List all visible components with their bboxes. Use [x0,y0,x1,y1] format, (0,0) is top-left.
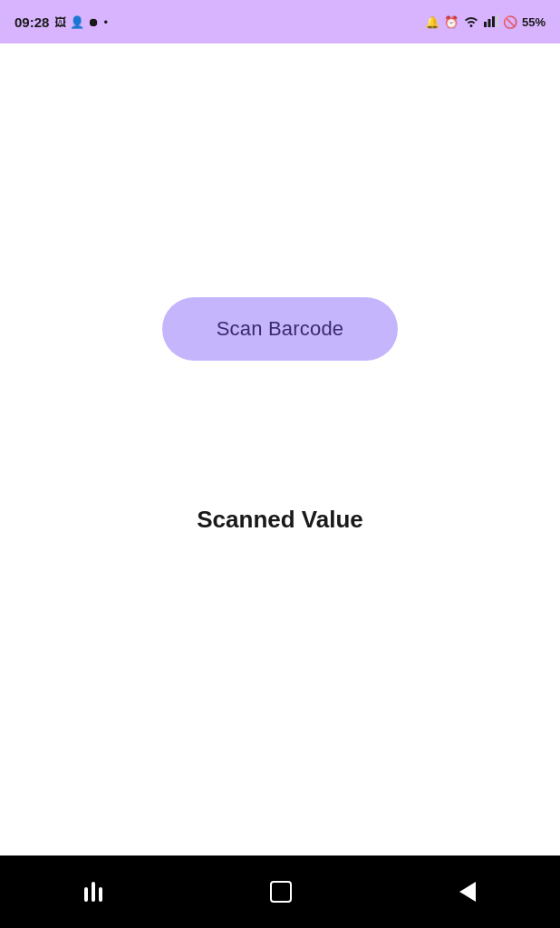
status-icons-left: 🖼 👤 ⏺ • [54,15,108,29]
home-button[interactable] [252,872,310,912]
signal-icon [484,14,498,30]
back-button[interactable] [441,873,494,911]
block-icon: 🚫 [503,15,517,29]
status-bar-left: 09:28 🖼 👤 ⏺ • [14,14,108,30]
person-icon: 👤 [70,15,84,29]
battery-percent: 55% [522,15,546,29]
wifi-icon [463,14,479,30]
back-icon [459,882,476,902]
screen-record-icon: ⏺ [88,15,100,29]
svg-rect-3 [496,14,498,27]
nav-bar [0,856,560,928]
image-icon: 🖼 [54,15,66,29]
svg-rect-2 [492,16,495,27]
svg-rect-0 [484,22,487,27]
recent-apps-icon [84,882,102,902]
bell-icon: 🔔 [425,15,439,29]
alarm-icon: ⏰ [444,15,459,29]
dot-icon: • [103,15,108,29]
svg-rect-1 [488,19,490,27]
recent-apps-button[interactable] [66,873,121,911]
scanned-value-label: Scanned Value [197,506,363,533]
status-time: 09:28 [14,14,49,30]
home-icon [270,881,292,903]
status-bar: 09:28 🖼 👤 ⏺ • 🔔 ⏰ 🚫 55% [0,0,560,44]
scan-barcode-button[interactable]: Scan Barcode [162,297,399,361]
scanned-value-section: Scanned Value [197,506,363,534]
main-content: Scan Barcode Scanned Value [0,44,560,856]
status-bar-right: 🔔 ⏰ 🚫 55% [425,14,546,30]
